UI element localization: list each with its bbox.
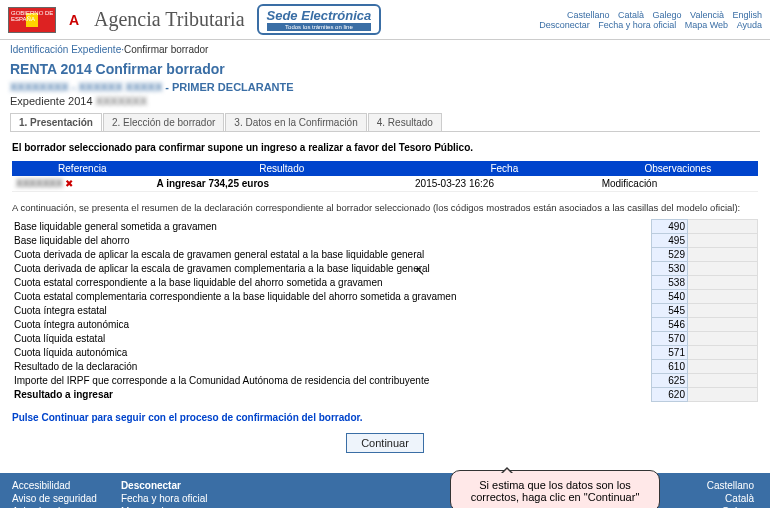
detail-amount — [688, 388, 758, 402]
expediente-line: Expediente 2014 XXXXXXX — [0, 95, 770, 111]
detail-code: 610 — [652, 360, 688, 374]
detail-row: Base liquidable general sometida a grava… — [12, 220, 758, 234]
detail-label: Resultado a ingresar — [12, 388, 652, 402]
page-subtitle: XXXXXXXX - XXXXXX XXXXX - PRIMER DECLARA… — [0, 79, 770, 95]
detail-code: 490 — [652, 220, 688, 234]
disconnect-link[interactable]: Desconectar — [539, 20, 590, 30]
util-link[interactable]: Mapa Web — [685, 20, 728, 30]
tab-eleccion[interactable]: 2. Elección de borrador — [103, 113, 224, 131]
lang-link[interactable]: Català — [618, 10, 644, 20]
subtitle-suffix: - PRIMER DECLARANTE — [162, 81, 293, 93]
detail-code: 540 — [652, 290, 688, 304]
footer-lang[interactable]: Català — [707, 492, 754, 505]
detail-amount — [688, 360, 758, 374]
sede-electronica-badge: Sede Electrónica Todos los trámites on l… — [257, 4, 382, 35]
footer-link[interactable]: Accesibilidad — [12, 479, 97, 492]
sede-sub: Todos los trámites on line — [267, 23, 372, 31]
tab-datos[interactable]: 3. Datos en la Confirmación — [225, 113, 366, 131]
detail-row: Resultado de la declaración610 — [12, 360, 758, 374]
detail-amount — [688, 346, 758, 360]
detail-row: Cuota líquida autonómica571 — [12, 346, 758, 360]
th-fecha: Fecha — [411, 161, 598, 176]
util-link[interactable]: Ayuda — [737, 20, 762, 30]
detail-amount — [688, 374, 758, 388]
agencia-logo-icon: A — [60, 8, 88, 32]
detail-row: Cuota derivada de aplicar la escala de g… — [12, 248, 758, 262]
detail-row: Importe del IRPF que corresponde a la Co… — [12, 374, 758, 388]
expediente-label: Expediente 2014 — [10, 95, 93, 107]
footer-link[interactable]: Fecha y hora oficial — [121, 492, 208, 505]
detail-code: 538 — [652, 276, 688, 290]
detail-note: A continuación, se presenta el resumen d… — [12, 202, 758, 213]
tab-resultado[interactable]: 4. Resultado — [368, 113, 442, 131]
lang-link[interactable]: Valencià — [690, 10, 724, 20]
help-callout: Si estima que los datos son los correcto… — [450, 470, 660, 508]
detail-table: Base liquidable general sometida a grava… — [12, 219, 758, 402]
footer-lang[interactable]: Castellano — [707, 479, 754, 492]
lang-switcher: Castellano Català Galego Valencià Englis… — [533, 10, 762, 20]
masked-exp: XXXXXXX — [96, 95, 147, 107]
detail-code: 529 — [652, 248, 688, 262]
detail-amount — [688, 262, 758, 276]
lang-link[interactable]: Castellano — [567, 10, 610, 20]
intro-text: El borrador seleccionado para confirmar … — [12, 138, 758, 157]
detail-label: Cuota derivada de aplicar la escala de g… — [12, 248, 652, 262]
detail-row: Cuota estatal complementaria correspondi… — [12, 290, 758, 304]
summary-row: XXXXXXX ✖ A ingresar 734,25 euros 2015-0… — [12, 176, 758, 192]
detail-code: 545 — [652, 304, 688, 318]
breadcrumb-current: Confirmar borrador — [124, 44, 208, 55]
th-observaciones: Observaciones — [598, 161, 758, 176]
summary-table: Referencia Resultado Fecha Observaciones… — [12, 161, 758, 192]
detail-label: Cuota líquida autonómica — [12, 346, 652, 360]
detail-row: Cuota íntegra estatal545 — [12, 304, 758, 318]
masked-id: XXXXXXXX - XXXXXX XXXXX — [10, 81, 162, 93]
continue-button[interactable]: Continuar — [346, 433, 424, 453]
detail-row: Cuota estatal correspondiente a la base … — [12, 276, 758, 290]
sede-main: Sede Electrónica — [267, 8, 372, 23]
detail-label: Cuota derivada de aplicar la escala de g… — [12, 262, 652, 276]
detail-label: Cuota líquida estatal — [12, 332, 652, 346]
header-utility-row: Desconectar Fecha y hora oficial Mapa We… — [533, 20, 762, 30]
cell-ref: XXXXXXX ✖ — [12, 176, 153, 192]
footer-col-1: Accesibilidad Aviso de seguridad Aviso l… — [12, 479, 97, 508]
detail-amount — [688, 290, 758, 304]
footer-col-langs: Castellano Català Galego Valencià Englis… — [707, 479, 754, 508]
detail-amount — [688, 332, 758, 346]
detail-label: Base liquidable general sometida a grava… — [12, 220, 652, 234]
detail-code: 571 — [652, 346, 688, 360]
breadcrumb-item[interactable]: Identificación Expediente — [10, 44, 121, 55]
footer-link[interactable]: Aviso de seguridad — [12, 492, 97, 505]
detail-label: Resultado de la declaración — [12, 360, 652, 374]
cell-result: A ingresar 734,25 euros — [153, 176, 412, 192]
detail-amount — [688, 234, 758, 248]
detail-amount — [688, 318, 758, 332]
detail-code: 495 — [652, 234, 688, 248]
button-row: Continuar — [12, 433, 758, 453]
detail-amount — [688, 304, 758, 318]
tab-presentacion[interactable]: 1. Presentación — [10, 113, 102, 131]
detail-row: Cuota íntegra autonómica546 — [12, 318, 758, 332]
footer-disconnect[interactable]: Desconectar — [121, 479, 208, 492]
util-link[interactable]: Fecha y hora oficial — [598, 20, 676, 30]
wizard-tabs: 1. Presentación 2. Elección de borrador … — [10, 113, 760, 132]
detail-code: 620 — [652, 388, 688, 402]
detail-label: Importe del IRPF que corresponde a la Co… — [12, 374, 652, 388]
detail-row: Resultado a ingresar620 — [12, 388, 758, 402]
main-content: El borrador seleccionado para confirmar … — [0, 132, 770, 473]
detail-label: Cuota estatal complementaria correspondi… — [12, 290, 652, 304]
detail-amount — [688, 220, 758, 234]
detail-code: 530 — [652, 262, 688, 276]
detail-label: Base liquidable del ahorro — [12, 234, 652, 248]
cursor-icon: ↖ — [415, 264, 425, 278]
detail-label: Cuota estatal correspondiente a la base … — [12, 276, 652, 290]
breadcrumb: Identificación Expediente·Confirmar borr… — [0, 40, 770, 59]
gob-text: GOBIERNO DE ESPAÑA — [11, 10, 55, 22]
lang-link[interactable]: Galego — [653, 10, 682, 20]
th-referencia: Referencia — [12, 161, 153, 176]
header-right: Castellano Català Galego Valencià Englis… — [533, 10, 762, 30]
agencia-title: Agencia Tributaria — [94, 8, 245, 31]
continue-hint: Pulse Continuar para seguir con el proce… — [12, 412, 758, 423]
lang-link[interactable]: English — [732, 10, 762, 20]
detail-amount — [688, 248, 758, 262]
detail-label: Cuota íntegra autonómica — [12, 318, 652, 332]
